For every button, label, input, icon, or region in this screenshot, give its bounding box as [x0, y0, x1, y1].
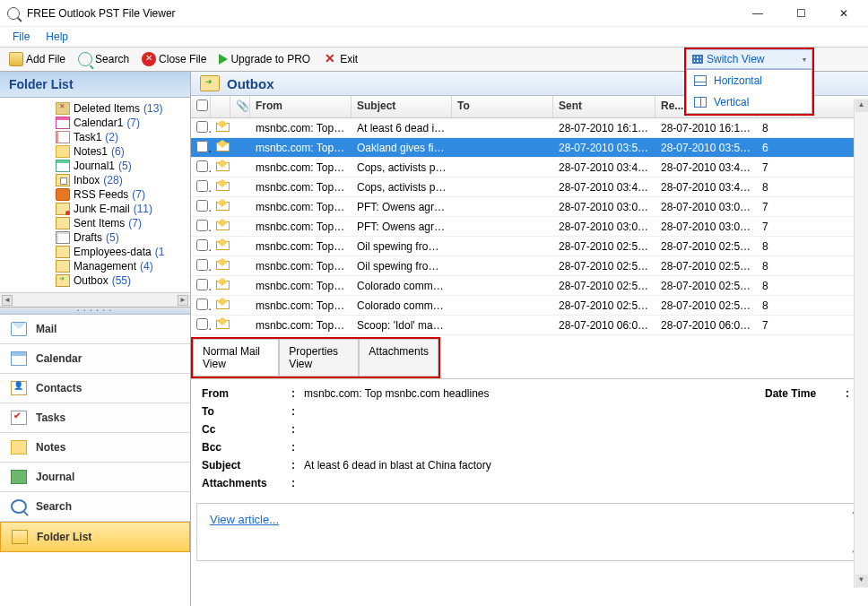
folder-icon	[56, 102, 70, 115]
nav-search[interactable]: Search	[0, 492, 190, 522]
table-row[interactable]: msnbc.com: Top m...Oil spewing from ...2…	[191, 237, 868, 256]
tab-attachments[interactable]: Attachments	[359, 339, 438, 377]
table-row[interactable]: msnbc.com: Top m...At least 6 dead in ..…	[191, 118, 868, 138]
article-pane: View article... ▲ ▼	[196, 503, 863, 561]
closefile-button[interactable]: ✕Close File	[138, 50, 210, 68]
tree-node-journal1[interactable]: Journal1 (5)	[56, 159, 190, 173]
tree-node-deleted-items[interactable]: Deleted Items (13)	[56, 101, 190, 116]
nav-notes[interactable]: Notes	[0, 433, 190, 463]
switch-horizontal[interactable]: Horizontal	[687, 70, 812, 91]
row-checkbox[interactable]	[196, 180, 208, 192]
table-row[interactable]: msnbc.com: Top m...Cops, activists pre..…	[191, 158, 868, 177]
tree-node-calendar1[interactable]: Calendar1 (7)	[56, 116, 190, 130]
exit-button[interactable]: ✕Exit	[319, 50, 361, 68]
tab-properties[interactable]: Properties View	[279, 339, 359, 377]
folder-icon	[56, 203, 70, 215]
row-checkbox[interactable]	[196, 200, 208, 212]
search-button[interactable]: Search	[74, 50, 133, 68]
tree-node-rss-feeds[interactable]: RSS Feeds (7)	[56, 187, 190, 202]
folder-icon	[56, 217, 70, 229]
table-row[interactable]: msnbc.com: Top m...Scoop: 'Idol' may ...…	[191, 316, 868, 335]
addfile-button[interactable]: Add File	[5, 50, 69, 68]
tree-node-employees-data[interactable]: Employees-data (1	[56, 245, 190, 259]
detail-pane: From:msnbc.com: Top msnbc.com headlines …	[191, 378, 868, 498]
folder-icon	[56, 231, 70, 244]
col-icon[interactable]	[211, 96, 230, 117]
calendar-icon	[11, 351, 27, 366]
envelope-icon	[216, 261, 230, 270]
horizontal-icon	[694, 75, 707, 86]
menu-help[interactable]: Help	[46, 30, 68, 43]
nav-tasks[interactable]: Tasks	[0, 403, 190, 433]
col-subject[interactable]: Subject	[352, 96, 452, 117]
close-button[interactable]: ✕	[832, 4, 855, 22]
nav-mail[interactable]: Mail	[0, 315, 190, 344]
col-sent[interactable]: Sent	[553, 96, 655, 117]
folder-icon	[56, 274, 70, 287]
tree-node-inbox[interactable]: Inbox (28)	[56, 173, 190, 187]
folder-icon	[56, 260, 70, 273]
col-from[interactable]: From	[250, 96, 352, 117]
folder list-icon	[12, 530, 28, 544]
search-icon	[11, 499, 27, 514]
label-cc: Cc	[202, 423, 291, 436]
row-checkbox[interactable]	[196, 299, 208, 310]
tree-node-notes1[interactable]: Notes1 (6)	[56, 144, 190, 159]
table-row[interactable]: msnbc.com: Top m...Colorado commoti...28…	[191, 296, 868, 316]
nav-folder-list[interactable]: Folder List	[0, 522, 190, 552]
table-row[interactable]: msnbc.com: Top m...Cops, activists pre..…	[191, 177, 868, 197]
scrollbar-horizontal[interactable]: ◄ ►	[0, 292, 190, 307]
notes-icon	[11, 440, 27, 454]
folder-tree[interactable]: Deleted Items (13)Calendar1 (7)Task1 (2)…	[0, 98, 190, 307]
tabs-highlight: Normal Mail View Properties View Attachm…	[191, 337, 440, 378]
col-attach[interactable]: 📎	[230, 96, 250, 117]
row-checkbox[interactable]	[196, 318, 208, 330]
tree-node-drafts[interactable]: Drafts (5)	[56, 230, 190, 245]
switch-vertical[interactable]: Vertical	[687, 91, 812, 113]
scroll-down-arrow-icon[interactable]: ▼	[855, 575, 868, 587]
menu-file[interactable]: File	[13, 30, 30, 43]
table-row[interactable]: msnbc.com: Top m...PFT: Owens agrees...2…	[191, 197, 868, 217]
minimize-button[interactable]: —	[746, 4, 769, 22]
scrollbar-vertical[interactable]: ▲ ▼	[854, 99, 868, 588]
envelope-icon	[216, 221, 230, 230]
row-checkbox[interactable]	[196, 239, 208, 251]
envelope-icon	[216, 162, 230, 171]
scroll-left-icon[interactable]: ◄	[2, 295, 13, 306]
tree-node-management[interactable]: Management (4)	[56, 259, 190, 273]
envelope-icon	[216, 300, 230, 309]
selectall-checkbox[interactable]	[196, 100, 208, 111]
envelope-icon	[216, 281, 230, 290]
row-checkbox[interactable]	[196, 220, 208, 231]
nav-contacts[interactable]: Contacts	[0, 374, 190, 403]
view-article-link[interactable]: View article...	[210, 513, 279, 526]
table-row[interactable]: msnbc.com: Top m...Colorado commoti...28…	[191, 276, 868, 296]
table-row[interactable]: msnbc.com: Top m...Oil spewing from ...2…	[191, 256, 868, 276]
switch-view-button[interactable]: Switch View ▾	[686, 49, 812, 69]
row-checkbox[interactable]	[196, 121, 208, 133]
label-datetime: Date Time	[765, 387, 855, 400]
tree-node-outbox[interactable]: Outbox (55)	[56, 273, 190, 288]
tree-node-junk-e-mail[interactable]: Junk E-mail (11)	[56, 202, 190, 216]
folder-icon	[56, 188, 70, 201]
maximize-button[interactable]: ☐	[789, 4, 812, 22]
envelope-icon	[216, 241, 230, 250]
col-to[interactable]: To	[452, 96, 553, 117]
row-checkbox[interactable]	[196, 160, 208, 172]
row-checkbox[interactable]	[196, 279, 208, 290]
table-row[interactable]: msnbc.com: Top m...PFT: Owens agrees...2…	[191, 217, 868, 237]
grid-icon	[692, 55, 703, 64]
nav-calendar[interactable]: Calendar	[0, 344, 190, 374]
contacts-icon	[11, 381, 27, 395]
scroll-up-arrow-icon[interactable]: ▲	[855, 100, 868, 112]
tree-node-task1[interactable]: Task1 (2)	[56, 130, 190, 144]
tab-normal[interactable]: Normal Mail View	[193, 339, 279, 377]
tree-node-sent-items[interactable]: Sent Items (7)	[56, 216, 190, 230]
pane-splitter[interactable]: • • • • • •	[0, 307, 190, 315]
row-checkbox[interactable]	[196, 141, 208, 152]
scroll-right-icon[interactable]: ►	[178, 295, 188, 306]
upgrade-button[interactable]: Upgrade to PRO	[215, 51, 314, 67]
nav-journal[interactable]: Journal	[0, 463, 190, 492]
row-checkbox[interactable]	[196, 259, 208, 271]
table-row[interactable]: msnbc.com: Top m...Oakland gives fina...…	[191, 138, 868, 158]
